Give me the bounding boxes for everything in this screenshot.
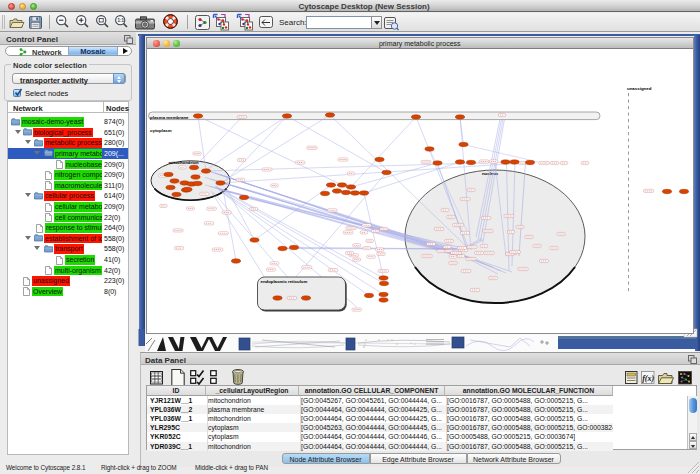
svg-text:f(x): f(x) [642,374,654,383]
svg-text:endoplasmic reticulum: endoplasmic reticulum [261,279,308,284]
svg-text:unassigned: unassigned [627,86,652,91]
svg-text:mitochondrion: mitochondrion [169,160,199,165]
svg-text:cytoplasm: cytoplasm [150,128,172,133]
svg-text:1:1: 1:1 [118,18,125,23]
svg-text:plasma membrane: plasma membrane [150,115,189,120]
